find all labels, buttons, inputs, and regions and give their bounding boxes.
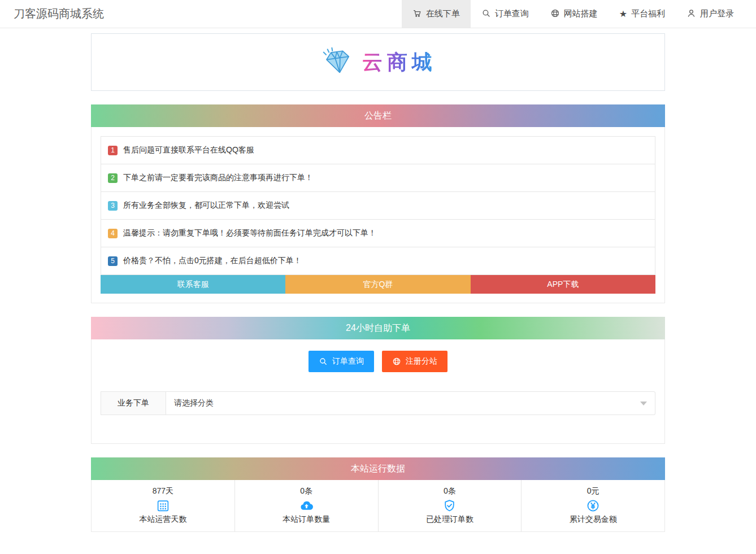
- nav-menu: 在线下单 订单查询 网站搭建 ★ 平台福利 用户登录: [402, 0, 756, 28]
- nav-item-label: 订单查询: [495, 8, 529, 19]
- nav-item-platform-benefits[interactable]: ★ 平台福利: [609, 0, 676, 28]
- announcement-header: 公告栏: [91, 104, 665, 127]
- star-icon: ★: [619, 10, 627, 19]
- stat-value: 0条: [300, 486, 312, 496]
- number-badge: 5: [108, 256, 118, 266]
- announcement-text: 售后问题可直接联系平台在线QQ客服: [123, 145, 254, 155]
- number-badge: 3: [108, 201, 118, 211]
- button-label: 订单查询: [332, 356, 364, 367]
- category-select[interactable]: 请选择分类: [166, 391, 655, 415]
- business-order-label: 业务下单: [101, 391, 166, 415]
- stat-processed-orders: 0条 已处理订单数: [379, 480, 522, 531]
- top-navbar: 刀客源码商城系统 在线下单 订单查询 网站搭建 ★ 平台福利 用户登录: [0, 0, 756, 28]
- nav-item-user-login[interactable]: 用户登录: [676, 0, 745, 28]
- announcement-card: 公告栏 1 售后问题可直接联系平台在线QQ客服 2 下单之前请一定要看完该商品的…: [91, 104, 665, 303]
- stats-header: 本站运行数据: [91, 457, 665, 480]
- yen-circle-icon: [586, 499, 600, 513]
- search-icon: [481, 8, 491, 20]
- contact-support-button[interactable]: 联系客服: [101, 275, 285, 294]
- cloud-upload-icon: [299, 499, 314, 513]
- announcement-item: 1 售后问题可直接联系平台在线QQ客服: [101, 137, 655, 164]
- official-qq-group-button[interactable]: 官方Q群: [285, 275, 470, 294]
- shield-check-icon: [442, 499, 457, 513]
- number-badge: 4: [108, 229, 118, 238]
- button-label: 注册分站: [406, 356, 437, 367]
- announcement-item: 2 下单之前请一定要看完该商品的注意事项再进行下单！: [101, 164, 655, 192]
- announcement-list: 1 售后问题可直接联系平台在线QQ客服 2 下单之前请一定要看完该商品的注意事项…: [101, 136, 655, 275]
- business-order-row: 业务下单 请选择分类: [101, 391, 655, 415]
- cart-icon: [412, 8, 422, 20]
- stat-order-count: 0条 本站订单数量: [235, 480, 379, 531]
- app-download-button[interactable]: APP下载: [471, 275, 655, 294]
- nav-item-label: 用户登录: [700, 8, 734, 19]
- announcement-item: 4 温馨提示：请勿重复下单哦！必须要等待前面任务订单完成才可以下单！: [101, 220, 655, 247]
- stat-value: 0条: [444, 486, 456, 496]
- nav-item-label: 平台福利: [631, 8, 665, 19]
- stat-label: 本站订单数量: [283, 514, 330, 525]
- announcement-item: 3 所有业务全部恢复，都可以正常下单，欢迎尝试: [101, 192, 655, 220]
- search-icon: [319, 357, 328, 366]
- site-stats-card: 本站运行数据 877天 本站运营天数 0条 本站订单数量 0条 已处理订单数 0…: [91, 457, 665, 532]
- logo-banner: 云商城: [91, 33, 665, 91]
- stat-label: 本站运营天数: [139, 514, 186, 525]
- nav-item-label: 在线下单: [426, 8, 460, 19]
- stat-label: 累计交易金额: [570, 514, 617, 525]
- logo-text: 云商城: [362, 49, 437, 76]
- register-substation-button[interactable]: 注册分站: [382, 351, 447, 372]
- stat-value: 877天: [153, 486, 173, 496]
- globe-icon: [550, 8, 560, 20]
- self-service-card: 24小时自助下单 订单查询 注册分站 业务下单 请选择分类: [91, 317, 665, 444]
- diamond-icon: [319, 45, 354, 80]
- announcement-item: 5 价格贵？不怕，点击0元搭建，在后台超低价下单！: [101, 247, 655, 275]
- nav-item-online-order[interactable]: 在线下单: [402, 0, 471, 28]
- announcement-text: 所有业务全部恢复，都可以正常下单，欢迎尝试: [123, 200, 289, 211]
- stat-value: 0元: [587, 486, 599, 496]
- chevron-down-icon: [640, 402, 647, 405]
- select-placeholder: 请选择分类: [174, 398, 214, 408]
- nav-item-site-build[interactable]: 网站搭建: [540, 0, 609, 28]
- globe-icon: [392, 357, 401, 366]
- calendar-icon: [156, 499, 170, 513]
- announcement-buttons: 联系客服 官方Q群 APP下载: [101, 275, 655, 294]
- nav-item-order-query[interactable]: 订单查询: [471, 0, 540, 28]
- announcement-text: 温馨提示：请勿重复下单哦！必须要等待前面任务订单完成才可以下单！: [123, 228, 376, 238]
- order-query-button[interactable]: 订单查询: [309, 351, 374, 372]
- nav-item-label: 网站搭建: [564, 8, 598, 19]
- number-badge: 1: [108, 146, 118, 155]
- stat-transaction-amount: 0元 累计交易金额: [522, 480, 664, 531]
- announcement-text: 价格贵？不怕，点击0元搭建，在后台超低价下单！: [123, 256, 302, 266]
- stat-operating-days: 877天 本站运营天数: [92, 480, 235, 531]
- site-title: 刀客源码商城系统: [0, 6, 104, 21]
- announcement-text: 下单之前请一定要看完该商品的注意事项再进行下单！: [123, 173, 313, 183]
- self-service-header: 24小时自助下单: [91, 317, 665, 339]
- user-icon: [687, 8, 696, 20]
- number-badge: 2: [108, 173, 118, 183]
- stat-label: 已处理订单数: [426, 514, 473, 525]
